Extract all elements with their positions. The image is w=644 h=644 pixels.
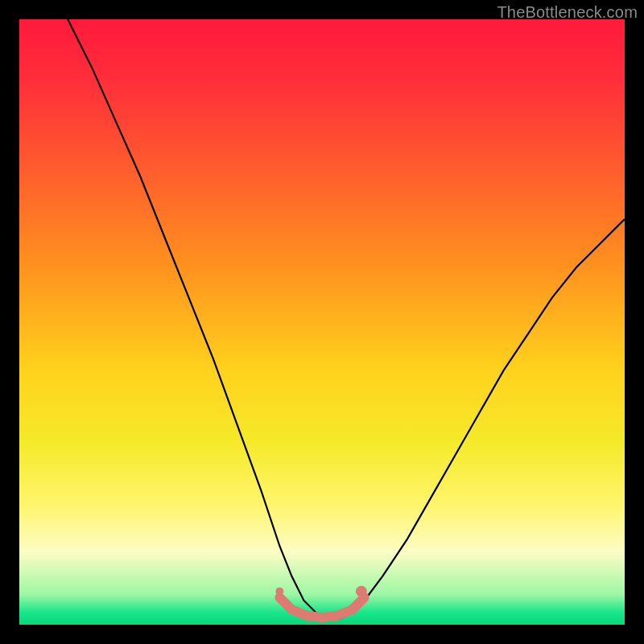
chart-frame: TheBottleneck.com — [0, 0, 644, 644]
bottleneck-curve-path — [68, 19, 625, 618]
marker-right-dot — [356, 586, 367, 597]
chart-svg — [19, 19, 625, 625]
marker-left-dot — [275, 588, 283, 596]
watermark-text: TheBottleneck.com — [497, 3, 638, 22]
marker-group — [275, 586, 367, 597]
ideal-flat-segment-path — [279, 597, 364, 617]
plot-area — [19, 19, 625, 625]
